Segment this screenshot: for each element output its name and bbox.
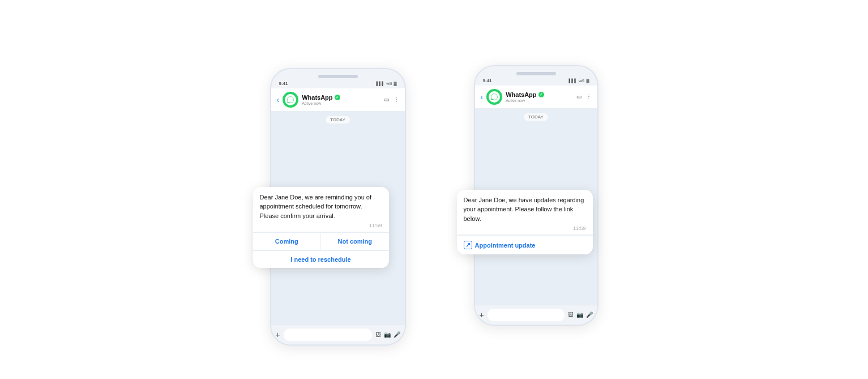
- status-bar-left: 9:41 ▌▌▌ wifi ▓: [271, 79, 405, 88]
- popup-msg-area-left: Dear Jane Doe, we are reminding you of a…: [253, 187, 389, 232]
- wa-app-name-right: WhatsApp ✓: [506, 91, 572, 98]
- link-icon-right: ↗: [464, 241, 472, 249]
- verified-badge-left: ✓: [335, 95, 340, 100]
- mic-icon-right[interactable]: 🎤: [586, 312, 593, 318]
- wa-header-right: ‹ WhatsApp ✓ Active now ▭: [475, 86, 597, 109]
- message-input-left[interactable]: [284, 329, 372, 341]
- wa-title-area-right: WhatsApp ✓ Active now: [506, 91, 572, 103]
- sticker-icon-right[interactable]: 🖼: [568, 312, 574, 318]
- verified-badge-right: ✓: [538, 92, 544, 97]
- battery-icon-left: ▓: [394, 82, 396, 86]
- mic-icon-left[interactable]: 🎤: [394, 331, 400, 338]
- message-popup-right: Dear Jane Doe, we have updates regarding…: [457, 190, 593, 255]
- camera-icon-right[interactable]: 📷: [576, 312, 583, 318]
- whatsapp-logo-right: [490, 93, 498, 101]
- wa-header-icons-right: ▭ ⋮: [576, 93, 592, 100]
- not-coming-button[interactable]: Not coming: [321, 232, 389, 250]
- video-icon-left[interactable]: ▭: [384, 96, 389, 103]
- signal-icon-left: ▌▌▌: [376, 82, 384, 86]
- phones-container: 9:41 ▌▌▌ wifi ▓ ‹: [270, 45, 598, 346]
- battery-icon-right: ▓: [586, 79, 589, 83]
- popup-msg-time-right: 11:59: [464, 225, 586, 231]
- popup-msg-time-left: 11:59: [260, 223, 382, 228]
- message-input-right[interactable]: [488, 309, 565, 321]
- message-popup-left: Dear Jane Doe, we are reminding you of a…: [253, 187, 389, 269]
- status-time-right: 9:41: [483, 78, 492, 83]
- wa-header-icons-left: ▭ ⋮: [384, 96, 399, 103]
- whatsapp-logo-left: [287, 96, 294, 104]
- chat-input-right: + 🖼 📷 🎤: [475, 305, 597, 325]
- status-icons-right: ▌▌▌ wifi ▓: [568, 79, 589, 83]
- chat-date-left: TODAY: [326, 116, 350, 124]
- back-button-left[interactable]: ‹: [277, 95, 280, 104]
- status-icons-left: ▌▌▌ wifi ▓: [376, 82, 396, 86]
- sticker-icon-left[interactable]: 🖼: [375, 331, 381, 338]
- wa-header-left: ‹ WhatsApp ✓ Active now ▭: [271, 88, 405, 112]
- wa-avatar-inner-left: [285, 94, 296, 105]
- wa-avatar-right: [486, 89, 502, 105]
- coming-button[interactable]: Coming: [253, 232, 322, 250]
- wifi-icon-right: wifi: [579, 79, 584, 83]
- appointment-link-label: Appointment update: [475, 242, 536, 249]
- camera-icon-left[interactable]: 📷: [384, 331, 391, 338]
- chat-input-icons-right: 🖼 📷 🎤: [568, 312, 593, 318]
- popup-msg-text-left: Dear Jane Doe, we are reminding you of a…: [260, 193, 382, 221]
- status-time-left: 9:41: [279, 81, 288, 86]
- chat-date-right: TODAY: [524, 113, 548, 121]
- wa-app-name-left: WhatsApp ✓: [302, 94, 380, 101]
- chat-input-left: + 🖼 📷 🎤: [271, 325, 405, 344]
- chat-input-icons-left: 🖼 📷 🎤: [375, 331, 400, 338]
- popup-msg-text-right: Dear Jane Doe, we have updates regarding…: [464, 195, 586, 224]
- status-bar-right: 9:41 ▌▌▌ wifi ▓: [475, 76, 597, 86]
- phone-left-wrapper: 9:41 ▌▌▌ wifi ▓ ‹: [270, 68, 406, 346]
- back-button-right[interactable]: ‹: [481, 92, 484, 101]
- signal-icon-right: ▌▌▌: [568, 79, 577, 83]
- wa-status-left: Active now: [302, 101, 380, 105]
- plus-button-right[interactable]: +: [480, 310, 484, 320]
- phone-notch-left: [318, 75, 358, 78]
- wa-status-right: Active now: [506, 99, 572, 103]
- wa-avatar-inner-right: [489, 91, 500, 103]
- wa-avatar-left: [283, 92, 298, 108]
- wa-title-area-left: WhatsApp ✓ Active now: [302, 94, 380, 105]
- popup-btns-row-left: Coming Not coming: [253, 232, 389, 250]
- more-icon-right[interactable]: ⋮: [586, 93, 592, 100]
- video-icon-right[interactable]: ▭: [576, 93, 581, 100]
- phone-notch-right: [516, 72, 556, 75]
- phone-right-wrapper: 9:41 ▌▌▌ wifi ▓ ‹: [474, 65, 598, 326]
- appointment-update-button[interactable]: ↗ Appointment update: [457, 235, 593, 254]
- more-icon-left[interactable]: ⋮: [394, 96, 399, 103]
- popup-msg-area-right: Dear Jane Doe, we have updates regarding…: [457, 190, 593, 235]
- plus-button-left[interactable]: +: [276, 330, 280, 339]
- reschedule-button[interactable]: I need to reschedule: [253, 250, 389, 268]
- wifi-icon-left: wifi: [386, 82, 392, 86]
